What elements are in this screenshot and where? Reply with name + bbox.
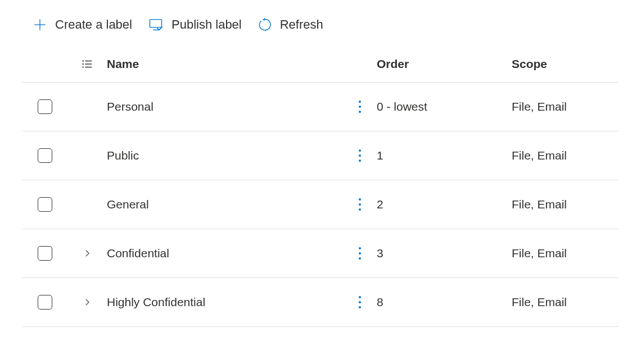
- row-name: Personal: [107, 100, 343, 113]
- table-header: Name Order Scope: [22, 49, 619, 83]
- row-name: Confidential: [107, 247, 343, 260]
- refresh-text: Refresh: [280, 17, 323, 32]
- chevron-right-icon[interactable]: [82, 248, 92, 258]
- svg-point-4: [83, 61, 83, 61]
- header-order[interactable]: Order: [377, 57, 512, 71]
- plus-icon: [33, 17, 47, 32]
- publish-label-text: Publish label: [171, 17, 242, 32]
- refresh-icon: [258, 17, 272, 32]
- more-actions-icon[interactable]: [356, 98, 363, 115]
- svg-point-6: [83, 67, 83, 67]
- refresh-button[interactable]: Refresh: [258, 17, 323, 32]
- svg-rect-2: [150, 20, 161, 28]
- list-view-icon[interactable]: [67, 58, 107, 70]
- publish-label-button[interactable]: Publish label: [148, 17, 242, 33]
- more-actions-icon[interactable]: [356, 147, 363, 164]
- create-label-text: Create a label: [55, 17, 132, 32]
- table-row[interactable]: Confidential3File, Email: [22, 229, 619, 278]
- more-actions-icon[interactable]: [356, 196, 363, 213]
- toolbar: Create a label Publish label Refresh: [0, 0, 641, 49]
- table-row[interactable]: Highly Confidential8File, Email: [22, 278, 619, 327]
- row-scope: File, Email: [512, 198, 635, 211]
- table-row[interactable]: Public1File, Email: [22, 131, 619, 180]
- row-scope: File, Email: [512, 247, 635, 260]
- row-checkbox[interactable]: [38, 99, 52, 114]
- row-order: 8: [377, 295, 512, 309]
- row-name: Public: [107, 149, 343, 162]
- table-row[interactable]: Personal0 - lowestFile, Email: [22, 83, 619, 131]
- create-label-button[interactable]: Create a label: [33, 17, 132, 32]
- row-scope: File, Email: [512, 100, 635, 113]
- row-name: General: [107, 198, 343, 211]
- svg-point-5: [83, 64, 83, 65]
- chevron-right-icon[interactable]: [82, 297, 92, 307]
- table-row[interactable]: General2File, Email: [22, 180, 619, 229]
- row-order: 2: [377, 198, 512, 211]
- row-checkbox[interactable]: [38, 246, 52, 261]
- more-actions-icon[interactable]: [356, 294, 363, 311]
- row-order: 3: [377, 247, 512, 260]
- more-actions-icon[interactable]: [356, 245, 363, 262]
- row-checkbox[interactable]: [38, 148, 52, 163]
- row-scope: File, Email: [512, 149, 635, 162]
- header-scope[interactable]: Scope: [512, 57, 635, 71]
- table-body: Personal0 - lowestFile, EmailPublic1File…: [22, 83, 619, 327]
- labels-table: Name Order Scope Personal0 - lowestFile,…: [0, 49, 641, 327]
- header-name[interactable]: Name: [107, 57, 343, 71]
- monitor-check-icon: [148, 17, 164, 33]
- row-checkbox[interactable]: [38, 295, 52, 310]
- row-order: 0 - lowest: [377, 100, 512, 113]
- row-checkbox[interactable]: [38, 197, 52, 212]
- row-order: 1: [377, 149, 512, 162]
- row-name: Highly Confidential: [107, 295, 343, 309]
- row-scope: File, Email: [512, 295, 635, 309]
